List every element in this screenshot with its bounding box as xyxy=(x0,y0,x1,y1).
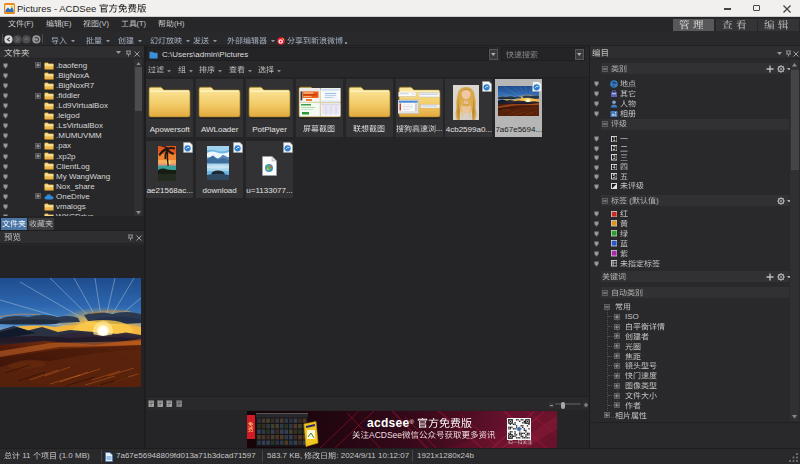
svg-text:2: 2 xyxy=(612,146,615,151)
svg-text:5: 5 xyxy=(612,174,615,179)
svg-text:1: 1 xyxy=(612,137,615,142)
svg-text:3: 3 xyxy=(612,155,615,160)
svg-text:4: 4 xyxy=(612,165,615,170)
